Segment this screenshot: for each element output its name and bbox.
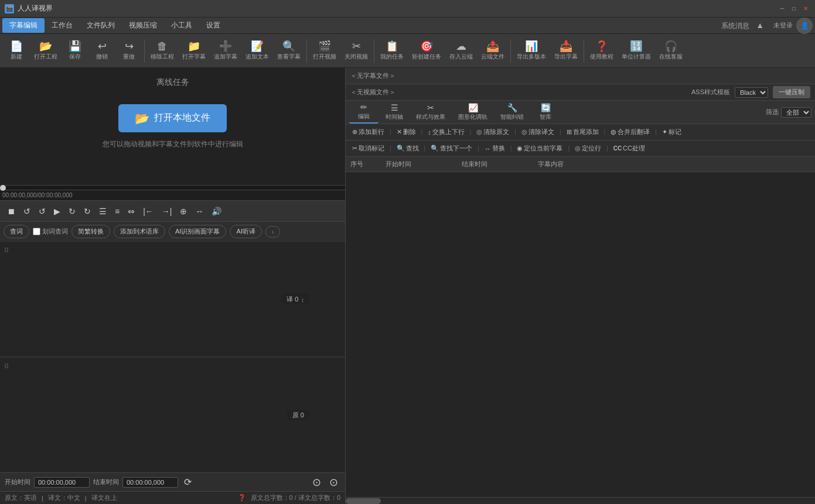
locate-row-button[interactable]: ◎ 定位行 (572, 143, 604, 154)
play-button[interactable]: ▶ (52, 205, 63, 217)
tab-timeline[interactable]: ☰ 时间轴 (380, 101, 409, 123)
redo-button[interactable]: ↪ 重做 (116, 39, 142, 63)
minimize-button[interactable]: ─ (778, 4, 787, 13)
sub-stretch-button[interactable]: ⇔ (125, 205, 137, 217)
undo-button[interactable]: ↩ 撤销 (89, 39, 115, 63)
maximize-button[interactable]: □ (789, 4, 799, 13)
layout-mode: 译文在上 (91, 493, 117, 502)
menu-item-tools[interactable]: 小工具 (164, 18, 199, 33)
sub-center-button[interactable]: ≡ (112, 205, 122, 217)
app-title: 人人译视界 (18, 4, 778, 13)
mark-out-button[interactable]: →| (159, 205, 175, 217)
find-next-icon: 🔍 (431, 145, 439, 152)
merge-translate-button[interactable]: ◍ 合并后翻译 (608, 126, 653, 138)
login-button[interactable]: 未登录 (773, 21, 793, 30)
close-video-button[interactable]: ✂ 关闭视频 (341, 39, 371, 63)
tab-knowledge[interactable]: 🔄 智库 (531, 101, 560, 123)
rewind-slow-button[interactable]: ↺ (36, 205, 48, 217)
calculator-button[interactable]: 🔢 单位计算器 (618, 39, 654, 63)
new-button[interactable]: 📄 新建 (4, 39, 29, 63)
tab-edit[interactable]: ✏ 编辑 (349, 101, 378, 124)
tab-graphic[interactable]: 📈 图形化调轨 (452, 101, 493, 123)
progress-thumb[interactable] (0, 185, 6, 191)
scrollbar-thumb[interactable] (346, 498, 381, 504)
stop-button[interactable]: ⏹ (5, 205, 18, 217)
start-time-input[interactable] (34, 477, 90, 488)
tab-spellcheck[interactable]: 🔧 智能纠错 (495, 101, 530, 123)
volume-button[interactable]: 🔊 (209, 205, 224, 217)
ass-template-label: ASS样式模板 (691, 88, 730, 97)
start-time-label: 开始时间 (5, 478, 30, 486)
menu-item-workbench[interactable]: 工作台 (45, 18, 80, 33)
save-button[interactable]: 💾 保存 (62, 39, 88, 63)
open-local-file-button[interactable]: 📂 打开本地文件 (118, 104, 227, 132)
menu-item-file-queue[interactable]: 文件队列 (80, 18, 122, 33)
export-multi-button[interactable]: 📊 导出多版本 (513, 39, 550, 63)
next-subtitle-button[interactable]: ⊙ (327, 475, 340, 490)
sync-button[interactable]: ⟳ (182, 475, 194, 489)
tab-style[interactable]: ✂ 样式与效果 (410, 101, 451, 123)
export-subtitle-button[interactable]: 📥 导出字幕 (551, 39, 581, 63)
delete-button[interactable]: ✕ 删除 (394, 126, 419, 138)
export-subtitle-icon: 📥 (560, 41, 572, 52)
end-time-input[interactable] (122, 477, 178, 488)
one-click-encode-button[interactable]: 一键压制 (773, 86, 810, 98)
menu-item-subtitle-edit[interactable]: 字幕编辑 (2, 18, 45, 33)
clear-trans-button[interactable]: ◎ 清除译文 (519, 126, 557, 138)
create-task-button[interactable]: 🎯 矩创建任务 (408, 39, 445, 63)
ass-template-select[interactable]: Black (735, 87, 768, 98)
horizontal-scrollbar[interactable] (346, 497, 815, 504)
menu-item-settings[interactable]: 设置 (199, 18, 227, 33)
tutorial-button[interactable]: ❓ 使用教程 (586, 39, 617, 63)
system-msg-toggle[interactable]: ▲ (756, 20, 764, 30)
upload-cloud-button[interactable]: ☁ 存入云端 (446, 39, 476, 63)
help-icon[interactable]: ❓ (238, 494, 246, 502)
view-subtitle-button[interactable]: 🔍 查看字幕 (274, 39, 304, 63)
clear-source-button[interactable]: ◎ 清除原文 (473, 126, 512, 138)
sub-align-button[interactable]: ☰ (97, 205, 109, 217)
cloud-files-button[interactable]: 📤 云端文件 (478, 39, 508, 63)
mark-in-button[interactable]: |← (141, 205, 156, 217)
customer-service-button[interactable]: 🎧 在线客服 (656, 39, 686, 63)
my-tasks-button[interactable]: 📋 我的任务 (377, 39, 407, 63)
cloud-files-label: 云端文件 (481, 53, 504, 61)
edit-label: 编辑 (358, 112, 370, 121)
mark-button[interactable]: ✦ 标记 (659, 126, 684, 138)
menu-item-video-compress[interactable]: 视频压缩 (122, 18, 164, 33)
add-head-tail-button[interactable]: ⊞ 首尾添加 (564, 126, 602, 138)
add-row-button[interactable]: ⊕ 添加新行 (349, 126, 387, 138)
ai-translate-button[interactable]: AI听译 (230, 225, 261, 238)
forward-button[interactable]: ↻ (81, 205, 93, 217)
append-subtitle-button[interactable]: ➕ 追加字幕 (210, 39, 241, 63)
create-task-icon: 🎯 (420, 41, 433, 52)
cc-process-button[interactable]: CC CC处理 (611, 143, 648, 154)
find-button[interactable]: 🔍 查找 (394, 143, 422, 154)
rewind-button[interactable]: ↺ (21, 205, 33, 217)
close-button[interactable]: ✕ (801, 4, 810, 13)
replace-icon: ↔ (485, 145, 491, 152)
more-button[interactable]: › (265, 226, 281, 238)
open-video-button[interactable]: 🎬 打开视频 (309, 39, 340, 63)
word-lookup-checkbox[interactable] (33, 228, 40, 235)
remove-project-button[interactable]: 🗑 移除工程 (147, 39, 178, 63)
locate-current-button[interactable]: ◉ 定位当前字幕 (514, 143, 565, 154)
swap-button[interactable]: ↕ 交换上下行 (425, 126, 468, 138)
find-next-button[interactable]: 🔍 查找下一个 (428, 143, 475, 154)
anchor-button[interactable]: ⊕ (178, 205, 189, 217)
ai-subtitle-button[interactable]: AI识别画面字幕 (169, 225, 226, 238)
forward-slow-button[interactable]: ↻ (66, 205, 78, 217)
append-text-button[interactable]: 📝 追加文本 (242, 39, 272, 63)
progress-bar[interactable] (0, 185, 345, 190)
open-project-button[interactable]: 📂 打开工程 (30, 39, 61, 63)
original-badge-text: 原 0 (292, 412, 304, 419)
filter-select[interactable]: 全部 (781, 107, 811, 118)
prev-subtitle-button[interactable]: ⊙ (310, 475, 323, 490)
loop-button[interactable]: ↔ (193, 205, 206, 217)
add-vocab-button[interactable]: 添加到术语库 (114, 225, 165, 238)
open-subtitle-button[interactable]: 📁 打开字幕 (179, 39, 209, 63)
user-avatar[interactable]: 👤 (796, 18, 813, 34)
replace-button[interactable]: ↔ 替换 (482, 143, 508, 154)
unmark-button[interactable]: ✂ 取消标记 (349, 143, 387, 154)
simplified-convert-button[interactable]: 简繁转换 (71, 225, 110, 238)
lookup-button[interactable]: 查词 (4, 225, 29, 238)
